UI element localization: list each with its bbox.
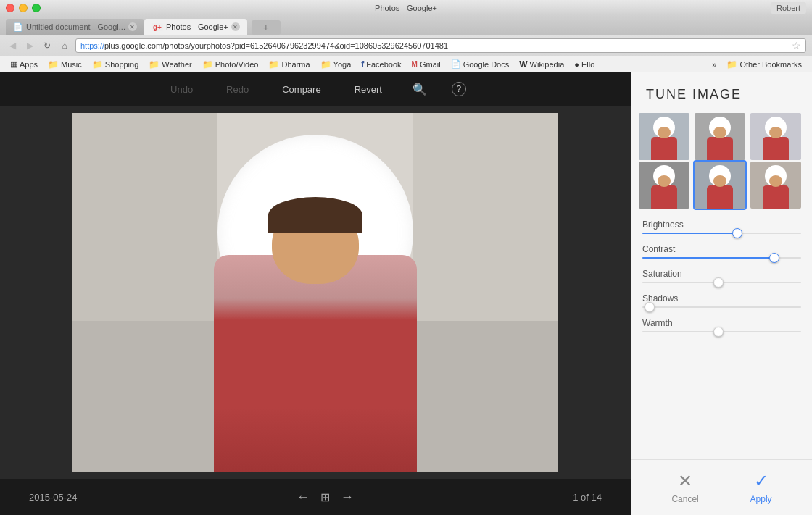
bookmarks-more-button[interactable]: »	[708, 59, 721, 70]
preset-thumb-4[interactable]	[639, 162, 689, 209]
bookmark-dharma[interactable]: 📁 Dharma	[264, 58, 314, 71]
home-button[interactable]: ⌂	[58, 39, 71, 52]
bookmark-wikipedia[interactable]: W Wikipedia	[515, 58, 568, 71]
shadows-thumb[interactable]	[645, 302, 655, 312]
revert-button[interactable]: Revert	[349, 81, 388, 98]
ello-icon: ●	[574, 60, 579, 69]
tab-favicon-1: 📄	[13, 22, 23, 32]
forward-button[interactable]: ▶	[23, 39, 36, 52]
photo-date: 2015-05-24	[29, 492, 78, 503]
contrast-label: Contrast	[642, 244, 801, 254]
brightness-row: Brightness	[642, 219, 801, 234]
facebook-icon: f	[361, 59, 364, 70]
compare-button[interactable]: Compare	[276, 81, 326, 98]
tab-photos[interactable]: g+ Photos - Google+ ✕	[144, 19, 247, 35]
folder-icon: 📁	[149, 59, 160, 70]
tune-presets	[631, 113, 812, 209]
bookmark-music[interactable]: 📁 Music	[44, 58, 86, 71]
photo-count: 1 of 14	[573, 492, 602, 503]
contrast-thumb[interactable]	[769, 253, 779, 263]
contrast-slider[interactable]	[642, 257, 801, 259]
shadows-slider[interactable]	[642, 306, 801, 308]
tab-untitled-doc[interactable]: 📄 Untitled document - Googl... ✕	[6, 19, 144, 35]
photo-navigation: ← ⊞ →	[297, 490, 354, 505]
saturation-thumb[interactable]	[713, 277, 724, 288]
bookmark-photovideo[interactable]: 📁 Photo/Video	[198, 58, 263, 71]
tune-actions: ✕ Cancel ✓ Apply	[631, 459, 812, 515]
prev-photo-button[interactable]: ←	[297, 490, 310, 505]
bookmark-facebook[interactable]: f Facebook	[357, 58, 405, 71]
saturation-slider[interactable]	[642, 282, 801, 283]
next-photo-button[interactable]: →	[341, 490, 354, 505]
preset-person-3	[763, 137, 789, 160]
close-button[interactable]	[6, 4, 14, 12]
preset-thumb-2[interactable]	[695, 113, 745, 160]
saturation-row: Saturation	[642, 269, 801, 283]
warmth-slider[interactable]	[642, 331, 801, 332]
url-bar[interactable]: https:// plus.google.com/photos/yourphot…	[75, 38, 806, 53]
bookmark-other[interactable]: 📁 Other Bookmarks	[722, 58, 806, 71]
bookmark-yoga[interactable]: 📁 Yoga	[316, 58, 356, 71]
help-icon[interactable]: ?	[452, 82, 466, 96]
redo-button[interactable]: Redo	[220, 81, 254, 98]
cancel-icon: ✕	[678, 471, 692, 491]
person-hair	[268, 197, 362, 233]
preset-thumb-6[interactable]	[750, 162, 801, 209]
preset-head-1	[658, 127, 671, 138]
bookmark-shopping[interactable]: 📁 Shopping	[88, 58, 144, 71]
wall-right	[413, 113, 558, 322]
preset-person-6	[763, 185, 789, 209]
tab-close-2[interactable]: ✕	[231, 22, 240, 31]
preset-person-2	[707, 137, 733, 160]
gmail-icon: M	[412, 60, 418, 68]
shadows-label: Shadows	[642, 293, 801, 303]
addressbar: ◀ ▶ ↻ ⌂ https:// plus.google.com/photos/…	[0, 35, 812, 56]
preset-head-5	[713, 175, 726, 187]
tab-favicon-2: g+	[152, 23, 163, 31]
photo-container	[0, 106, 631, 479]
search-icon[interactable]: 🔍	[410, 80, 430, 99]
tab-close-1[interactable]: ✕	[128, 22, 137, 31]
brightness-fill	[642, 233, 737, 234]
preset-thumb-3[interactable]	[750, 113, 801, 160]
tabbar: 📄 Untitled document - Googl... ✕ g+ Phot…	[0, 16, 812, 35]
minimize-button[interactable]	[19, 4, 28, 12]
warmth-row: Warmth	[642, 318, 801, 332]
person-body	[214, 255, 417, 472]
cancel-button[interactable]: ✕ Cancel	[671, 471, 698, 504]
brightness-label: Brightness	[642, 219, 801, 230]
person-head	[272, 204, 359, 284]
folder-icon: 📁	[202, 59, 213, 70]
bookmark-apps[interactable]: ▦ Apps	[6, 58, 42, 70]
tune-sliders: Brightness Contrast Saturation	[631, 219, 812, 459]
bookmark-star-icon[interactable]: ☆	[792, 40, 801, 51]
undo-button[interactable]: Undo	[165, 81, 199, 98]
saturation-label: Saturation	[642, 269, 801, 279]
brightness-slider[interactable]	[642, 233, 801, 234]
photo-toolbar: Undo Redo Compare Revert 🔍 ?	[0, 72, 631, 106]
back-button[interactable]: ◀	[6, 39, 19, 52]
brightness-thumb[interactable]	[732, 228, 742, 238]
folder-icon: 📁	[320, 59, 331, 70]
tab-label-1: Untitled document - Googl...	[26, 22, 125, 31]
new-tab-button[interactable]: +	[252, 20, 281, 35]
refresh-button[interactable]: ↻	[41, 39, 54, 52]
folder-icon: 📁	[268, 59, 279, 70]
bookmark-googledocs[interactable]: 📄 Google Docs	[447, 58, 514, 70]
folder-icon: 📁	[48, 59, 59, 70]
tab-label-2: Photos - Google+	[166, 22, 228, 31]
warmth-thumb[interactable]	[713, 327, 724, 337]
bookmarks-bar: ▦ Apps 📁 Music 📁 Shopping 📁 Weather 📁 Ph…	[0, 56, 812, 72]
folder-icon: 📁	[726, 59, 737, 70]
preset-thumb-5[interactable]	[695, 162, 745, 209]
titlebar: Photos - Google+ Robert	[0, 0, 812, 16]
preset-thumb-1[interactable]	[639, 113, 689, 160]
bookmark-gmail[interactable]: M Gmail	[407, 59, 445, 70]
profile-button[interactable]: Robert	[771, 2, 806, 14]
bookmark-weather[interactable]: 📁 Weather	[144, 58, 196, 71]
maximize-button[interactable]	[32, 4, 41, 12]
apply-button[interactable]: ✓ Apply	[750, 471, 772, 504]
contrast-row: Contrast	[642, 244, 801, 259]
grid-view-button[interactable]: ⊞	[320, 490, 330, 504]
bookmark-ello[interactable]: ● Ello	[570, 59, 599, 70]
